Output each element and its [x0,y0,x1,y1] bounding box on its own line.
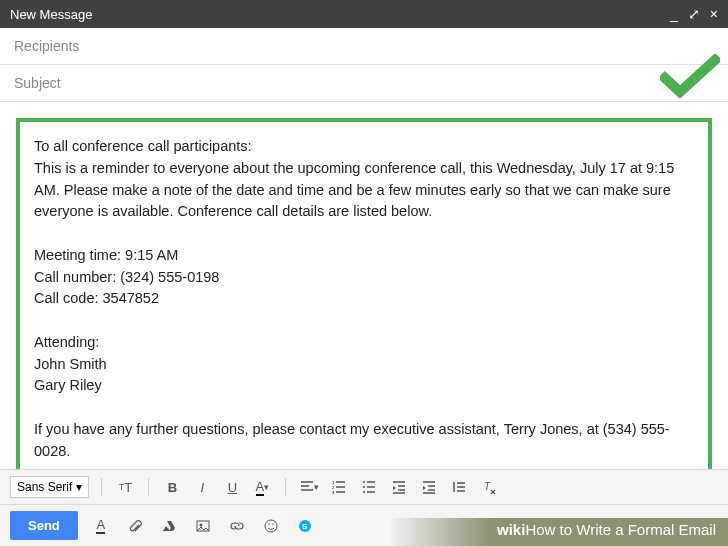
subject-field[interactable]: Subject [0,65,728,102]
emoji-icon [264,519,278,533]
chevron-down-icon: ▾ [314,482,319,492]
blank-line [34,397,694,419]
body-line: Call code: 3547852 [34,288,694,310]
title-bar: New Message _ ⤢ × [0,0,728,28]
quote-button[interactable] [448,476,470,498]
indent-less-icon [392,480,406,494]
link-button[interactable] [226,515,248,537]
recipients-placeholder: Recipients [14,38,79,54]
chevron-down-icon: ▾ [264,482,269,492]
align-button[interactable]: ▾ [298,476,320,498]
body-line: Call number: (324) 555-0198 [34,267,694,289]
indent-more-icon [422,480,436,494]
watermark-wiki: wiki [497,521,525,538]
subject-placeholder: Subject [14,75,61,91]
italic-button[interactable]: I [191,476,213,498]
attach-button[interactable] [124,515,146,537]
body-area[interactable]: To all conference call participants: Thi… [0,102,728,469]
body-line: This is a reminder to everyone about the… [34,158,694,223]
svg-point-4 [363,486,365,488]
format-toolbar: Sans Serif ▾ TT B I U A ▾ ▾ 123 [0,469,728,504]
body-line: To all conference call participants: [34,136,694,158]
bold-button[interactable]: B [161,476,183,498]
bullet-list-icon [362,480,376,494]
svg-text:T: T [484,481,491,492]
skype-button[interactable]: S [294,515,316,537]
indent-more-button[interactable] [418,476,440,498]
blank-line [34,310,694,332]
svg-point-11 [272,523,274,525]
text-color-icon: A [256,479,265,496]
body-line: Meeting time: 9:15 AM [34,245,694,267]
svg-point-10 [268,523,270,525]
drive-icon [162,519,176,533]
body-line: Attending: [34,332,694,354]
close-icon[interactable]: × [710,6,718,22]
remove-format-button[interactable]: T [478,476,500,498]
send-button[interactable]: Send [10,511,78,540]
photo-icon [196,519,210,533]
svg-point-8 [199,523,202,526]
numbered-list-button[interactable]: 123 [328,476,350,498]
recipients-field[interactable]: Recipients [0,28,728,65]
bullet-list-button[interactable] [358,476,380,498]
blank-line [34,462,694,469]
expand-icon[interactable]: ⤢ [688,6,700,22]
underline-button[interactable]: U [221,476,243,498]
paperclip-icon [128,519,142,533]
compose-window: New Message _ ⤢ × Recipients Subject To … [0,0,728,546]
indent-less-button[interactable] [388,476,410,498]
text-color-button[interactable]: A ▾ [251,476,273,498]
skype-icon: S [298,519,312,533]
numbered-list-icon: 123 [332,480,346,494]
svg-point-5 [363,491,365,493]
photo-button[interactable] [192,515,214,537]
font-family-select[interactable]: Sans Serif ▾ [10,476,89,498]
drive-button[interactable] [158,515,180,537]
title-bar-controls: _ ⤢ × [670,6,718,22]
svg-point-3 [363,481,365,483]
align-icon [300,480,314,494]
toolbar-divider [101,478,102,496]
text-style-icon: A [96,517,105,534]
checkmark-icon [660,54,720,106]
text-style-button[interactable]: A [90,515,112,537]
font-size-button[interactable]: TT [114,476,136,498]
link-icon [230,519,244,533]
chevron-down-icon: ▾ [76,480,82,494]
watermark-how: How [525,521,555,538]
blank-line [34,223,694,245]
emoji-button[interactable] [260,515,282,537]
svg-point-9 [265,520,277,532]
body-line: Gary Riley [34,375,694,397]
watermark-rest: to Write a Formal Email [555,521,716,538]
window-title: New Message [10,7,92,22]
svg-text:3: 3 [332,490,335,494]
svg-text:S: S [302,522,308,531]
watermark: wikiHow to Write a Formal Email [497,521,716,538]
toolbar-divider [148,478,149,496]
remove-format-icon: T [482,480,496,494]
font-family-label: Sans Serif [17,480,72,494]
minimize-icon[interactable]: _ [670,6,678,22]
body-content: To all conference call participants: Thi… [16,118,712,469]
quote-icon [452,480,466,494]
toolbar-divider [285,478,286,496]
body-line: If you have any further questions, pleas… [34,419,694,463]
font-size-icon: T [124,480,132,495]
body-line: John Smith [34,354,694,376]
